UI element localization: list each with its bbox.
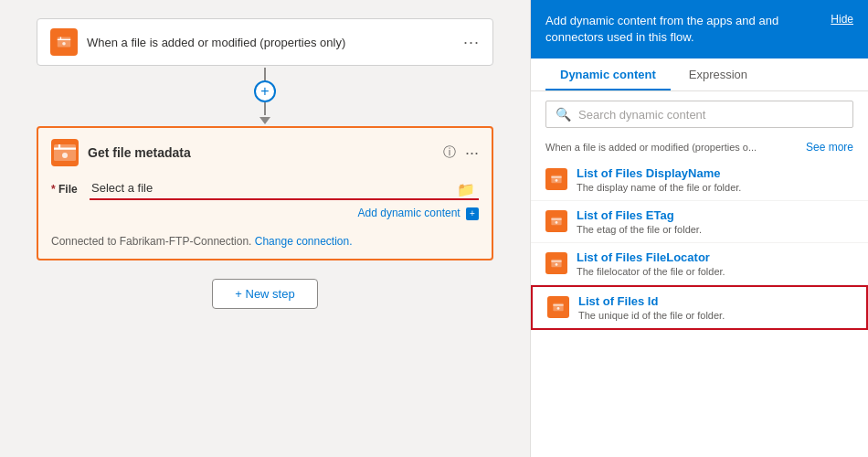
search-box: 🔍	[545, 101, 853, 128]
search-input[interactable]	[578, 108, 843, 122]
svg-point-1	[62, 42, 66, 46]
action-icon	[51, 139, 79, 166]
dynamic-item[interactable]: List of Files FileLocator The filelocato…	[531, 243, 868, 285]
dynamic-item-selected[interactable]: List of Files Id The unique id of the fi…	[531, 285, 868, 330]
item-name: List of Files Id	[578, 294, 852, 308]
item-name: List of Files FileLocator	[577, 250, 853, 264]
connector-plus-button[interactable]: +	[254, 80, 276, 102]
item-desc: The unique id of the file or folder.	[578, 310, 852, 321]
section-label: When a file is added or modified (proper…	[531, 137, 868, 159]
item-icon	[547, 296, 569, 318]
left-panel: When a file is added or modified (proper…	[0, 0, 530, 457]
item-ftp-icon	[552, 301, 565, 314]
item-desc: The display name of the file or folder.	[577, 182, 853, 193]
tabs-bar: Dynamic content Expression	[531, 58, 868, 91]
trigger-ellipsis[interactable]: ···	[463, 33, 480, 52]
action-body: * File 📁 Add dynamic content +	[51, 177, 479, 220]
action-step: Get file metadata ⓘ ··· * File 📁 Add dyn…	[37, 126, 493, 260]
file-input[interactable]	[90, 177, 479, 200]
connector-line-bottom	[264, 102, 266, 115]
item-icon	[545, 252, 567, 274]
item-text: List of Files ETag The etag of the file …	[577, 208, 853, 235]
search-icon: 🔍	[556, 107, 571, 122]
connection-info: Connected to Fabrikam-FTP-Connection. Ch…	[51, 228, 479, 248]
item-ftp-icon	[550, 257, 563, 270]
action-ellipsis[interactable]: ···	[465, 143, 479, 163]
item-icon	[545, 168, 567, 190]
svg-point-11	[557, 307, 560, 310]
svg-point-7	[556, 221, 558, 224]
new-step-button[interactable]: + New step	[212, 279, 317, 309]
dynamic-item[interactable]: List of Files DisplayName The display na…	[531, 159, 868, 201]
item-ftp-icon	[550, 215, 563, 228]
info-icon[interactable]: ⓘ	[443, 144, 456, 161]
item-text: List of Files Id The unique id of the fi…	[578, 294, 852, 321]
add-dynamic-content-link[interactable]: Add dynamic content +	[358, 207, 479, 219]
tab-expression[interactable]: Expression	[674, 58, 762, 90]
right-panel: Add dynamic content from the apps and an…	[530, 0, 868, 457]
item-icon	[545, 210, 567, 232]
item-name: List of Files DisplayName	[577, 166, 853, 180]
item-ftp-icon	[550, 173, 563, 186]
item-desc: The etag of the file or folder.	[577, 224, 853, 235]
dynamic-items-list: List of Files DisplayName The display na…	[531, 159, 868, 457]
folder-icon[interactable]: 📁	[457, 181, 475, 198]
action-header: Get file metadata ⓘ ···	[51, 139, 479, 166]
hide-button[interactable]: Hide	[831, 13, 853, 26]
file-input-wrapper: 📁 Add dynamic content +	[90, 177, 479, 220]
svg-point-3	[62, 153, 68, 158]
trigger-title: When a file is added or modified (proper…	[87, 36, 454, 49]
dynamic-content-link: Add dynamic content +	[90, 204, 479, 220]
svg-point-9	[556, 263, 558, 266]
file-field-label: * File	[51, 177, 79, 196]
trigger-step: When a file is added or modified (proper…	[37, 18, 493, 66]
connector: +	[254, 68, 276, 124]
change-connection-link[interactable]: Change connection.	[255, 235, 353, 248]
dynamic-content-header: Add dynamic content from the apps and an…	[531, 0, 868, 58]
tab-dynamic-content[interactable]: Dynamic content	[545, 58, 671, 90]
ftp-icon	[56, 34, 72, 50]
svg-point-5	[556, 179, 558, 182]
item-desc: The filelocator of the file or folder.	[577, 266, 853, 277]
dynamic-item[interactable]: List of Files ETag The etag of the file …	[531, 201, 868, 243]
plus-badge: +	[466, 207, 479, 220]
connector-arrow	[259, 117, 270, 124]
ftp-action-icon	[51, 139, 79, 166]
action-title: Get file metadata	[88, 145, 434, 160]
item-text: List of Files DisplayName The display na…	[577, 166, 853, 193]
connector-line-top	[264, 68, 266, 80]
trigger-icon	[50, 28, 78, 56]
header-text: Add dynamic content from the apps and an…	[545, 13, 823, 46]
item-name: List of Files ETag	[577, 208, 853, 222]
see-more-link[interactable]: See more	[806, 141, 853, 154]
item-text: List of Files FileLocator The filelocato…	[577, 250, 853, 277]
